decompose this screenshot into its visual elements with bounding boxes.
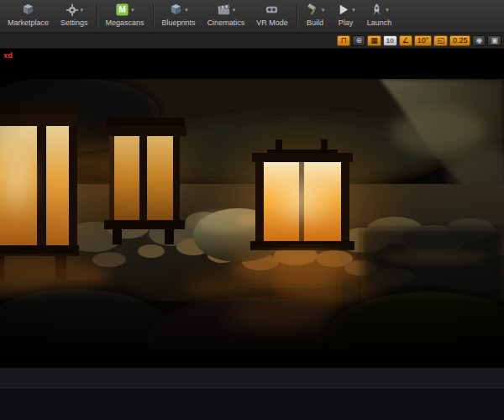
toolbar-label: Cinematics bbox=[207, 18, 245, 27]
rotation-snap-toggle-button[interactable]: ∠ bbox=[399, 35, 412, 46]
chevron-down-icon: ▾ bbox=[386, 7, 389, 13]
toolbar-button-cinematics[interactable]: ▾ Cinematics bbox=[202, 0, 251, 32]
toolbar-button-vr-mode[interactable]: VR Mode bbox=[250, 0, 294, 32]
camera-speed-button[interactable]: ◉ bbox=[472, 35, 486, 46]
level-viewport[interactable]: xd bbox=[0, 49, 504, 367]
chevron-down-icon: ▾ bbox=[233, 7, 236, 13]
toolbar-label: Play bbox=[339, 18, 354, 27]
play-icon bbox=[336, 3, 350, 17]
toolbar-label: Blueprints bbox=[162, 18, 196, 27]
toolbar-separator bbox=[97, 3, 97, 29]
blueprints-icon bbox=[169, 3, 183, 17]
toolbar-button-blueprints[interactable]: ▾ Blueprints bbox=[156, 0, 202, 32]
svg-text:M: M bbox=[118, 5, 126, 14]
cinematics-clapper-icon bbox=[217, 3, 231, 17]
maximize-viewport-button[interactable]: ▣ bbox=[487, 35, 501, 46]
build-hammer-icon bbox=[306, 3, 320, 17]
toolbar-label: Megascans bbox=[106, 18, 144, 27]
unreal-editor-window: Marketplace ▾ Settings bbox=[0, 0, 504, 420]
toolbar-label: VR Mode bbox=[256, 18, 288, 27]
content-drawer[interactable] bbox=[0, 387, 504, 420]
toolbar-label: Settings bbox=[60, 18, 88, 27]
chevron-down-icon: ▾ bbox=[322, 7, 325, 13]
chevron-down-icon: ▾ bbox=[81, 7, 84, 13]
grid-snap-toggle-button[interactable]: ▦ bbox=[367, 35, 381, 46]
toolbar-button-megascans[interactable]: M ▾ Megascans bbox=[100, 0, 150, 32]
status-strip bbox=[0, 367, 504, 387]
chevron-down-icon: ▾ bbox=[352, 7, 355, 13]
world-space-toggle-button[interactable]: ⊕ bbox=[352, 35, 365, 46]
toolbar-button-marketplace[interactable]: Marketplace bbox=[2, 0, 55, 32]
toolbar-separator bbox=[153, 3, 154, 29]
viewport-scene bbox=[0, 79, 504, 356]
chevron-down-icon: ▾ bbox=[185, 7, 188, 13]
vr-headset-icon bbox=[265, 3, 279, 17]
toolbar-button-build[interactable]: ▾ Build bbox=[300, 0, 331, 32]
toolbar-label: Marketplace bbox=[8, 18, 49, 27]
surface-snap-button[interactable]: ⊓ bbox=[337, 35, 350, 46]
grid-snap-value[interactable]: 10 bbox=[383, 35, 397, 46]
toolbar-button-play[interactable]: ▾ Play bbox=[330, 0, 361, 32]
scene-vignette bbox=[0, 79, 504, 356]
viewport-warning-text: xd bbox=[3, 51, 13, 60]
settings-gear-icon bbox=[66, 3, 79, 17]
toolbar-button-settings[interactable]: ▾ Settings bbox=[55, 0, 94, 32]
toolbar-label: Build bbox=[307, 18, 323, 27]
toolbar-label: Launch bbox=[367, 18, 392, 27]
megascans-icon: M bbox=[115, 3, 129, 17]
bottom-panel bbox=[0, 367, 504, 420]
toolbar-separator bbox=[297, 3, 297, 29]
viewport-toolbar: ⊓ ⊕ ▦ 10 ∠ 10° ◱ 0.25 ◉ ▣ bbox=[0, 34, 504, 49]
rotation-snap-value[interactable]: 10° bbox=[414, 35, 433, 46]
scale-snap-value[interactable]: 0.25 bbox=[449, 35, 471, 46]
toolbar-button-launch[interactable]: ▾ Launch bbox=[361, 0, 398, 32]
scale-snap-toggle-button[interactable]: ◱ bbox=[433, 35, 448, 46]
main-toolbar: Marketplace ▾ Settings bbox=[0, 0, 504, 34]
marketplace-icon bbox=[21, 3, 35, 17]
launch-rocket-icon bbox=[370, 3, 384, 17]
chevron-down-icon: ▾ bbox=[131, 7, 134, 13]
